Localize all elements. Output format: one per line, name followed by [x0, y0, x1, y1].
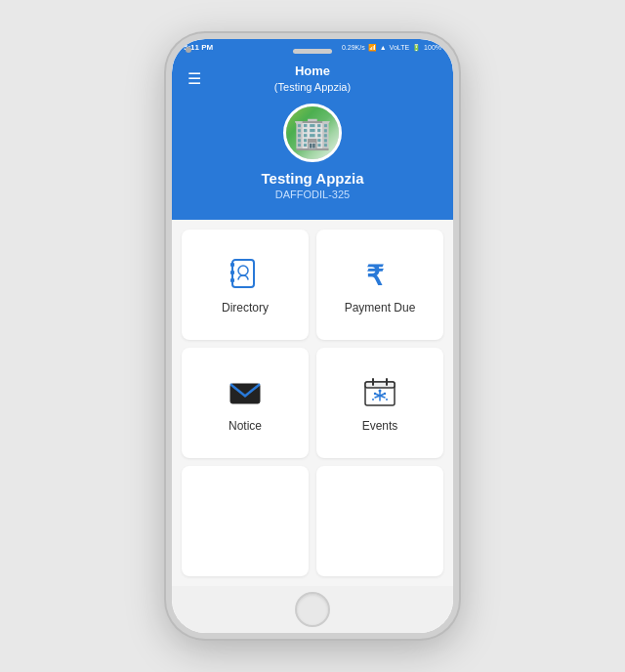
status-network: 0.29K/s — [342, 44, 365, 51]
svg-rect-8 — [365, 382, 395, 388]
header-title-row: ☰ Home (Testing Appzia) — [188, 63, 438, 94]
svg-rect-2 — [230, 271, 234, 274]
svg-point-18 — [386, 399, 388, 400]
payment-icon: ₹ — [361, 256, 398, 293]
payment-tile[interactable]: ₹ Payment Due — [316, 230, 443, 340]
avatar-image — [286, 106, 339, 159]
notice-label: Notice — [229, 419, 262, 433]
phone-frame: 5:11 PM 0.29K/s 📶 ▲ VoLTE 🔋 100% ☰ Home … — [166, 33, 459, 639]
user-name: Testing Appzia — [262, 170, 364, 187]
header-title: Home (Testing Appzia) — [274, 63, 351, 94]
svg-point-4 — [238, 266, 248, 275]
directory-label: Directory — [222, 301, 269, 315]
notice-tile[interactable]: Notice — [182, 348, 309, 458]
events-label: Events — [362, 419, 398, 433]
grid-tile-5[interactable] — [182, 466, 309, 576]
events-icon — [361, 374, 398, 411]
payment-label: Payment Due — [345, 301, 416, 315]
signal-icon: ▲ — [380, 44, 387, 51]
grid-tile-6[interactable] — [316, 466, 443, 576]
svg-rect-3 — [230, 278, 234, 282]
directory-icon — [227, 256, 264, 293]
home-button[interactable] — [295, 592, 330, 627]
svg-point-14 — [379, 389, 382, 392]
app-header: ☰ Home (Testing Appzia) Testing Appzia D… — [172, 56, 453, 220]
phone-screen: 5:11 PM 0.29K/s 📶 ▲ VoLTE 🔋 100% ☰ Home … — [172, 39, 453, 633]
camera — [186, 47, 191, 53]
svg-text:₹: ₹ — [366, 261, 384, 291]
svg-point-17 — [372, 399, 374, 400]
wifi-icon: 📶 — [368, 44, 377, 52]
speaker — [293, 49, 332, 54]
user-unit: DAFFODIL-325 — [275, 189, 350, 200]
battery-level: 100% — [424, 44, 441, 51]
hamburger-menu[interactable]: ☰ — [188, 69, 201, 88]
volte-label: VoLTE — [390, 44, 410, 51]
status-right: 0.29K/s 📶 ▲ VoLTE 🔋 100% — [342, 44, 441, 52]
dashboard-grid: Directory ₹ Payment Due — [172, 220, 453, 586]
notice-icon — [227, 374, 264, 411]
svg-point-15 — [374, 392, 376, 394]
svg-point-16 — [384, 392, 386, 394]
avatar — [283, 104, 342, 162]
directory-tile[interactable]: Directory — [182, 230, 309, 340]
events-tile[interactable]: Events — [316, 348, 443, 458]
svg-rect-0 — [232, 260, 254, 287]
home-button-area — [172, 586, 453, 633]
svg-rect-1 — [230, 263, 234, 267]
battery-icon: 🔋 — [412, 44, 421, 52]
